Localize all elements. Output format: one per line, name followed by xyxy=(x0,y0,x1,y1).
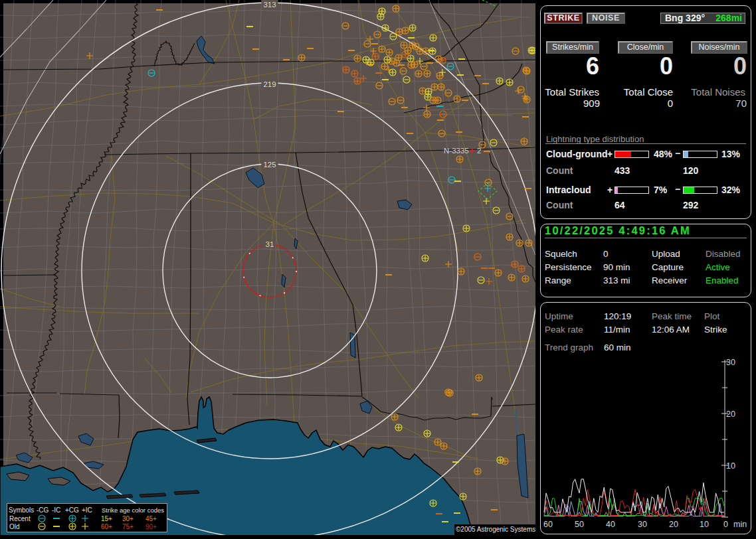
svg-text:©2005 Astrogenic Systems: ©2005 Astrogenic Systems xyxy=(456,526,535,533)
svg-text:45+: 45+ xyxy=(145,515,157,522)
svg-text:+IC: +IC xyxy=(82,506,92,514)
svg-text:-CG: -CG xyxy=(37,506,49,514)
svg-text:Recent: Recent xyxy=(9,515,31,522)
svg-text:Symbols: Symbols xyxy=(9,506,34,514)
svg-text:125: 125 xyxy=(263,161,276,169)
svg-text:N-3335: N-3335 xyxy=(444,147,469,155)
svg-text:2: 2 xyxy=(477,147,481,155)
svg-text:20: 20 xyxy=(726,410,735,419)
svg-text:20: 20 xyxy=(669,520,678,529)
svg-text:40: 40 xyxy=(606,520,615,529)
svg-text:10: 10 xyxy=(726,461,735,471)
svg-text:60+: 60+ xyxy=(101,523,112,530)
svg-text:30: 30 xyxy=(638,520,647,529)
svg-text:313: 313 xyxy=(263,1,276,9)
svg-text:0: 0 xyxy=(723,520,728,529)
svg-text:-IC: -IC xyxy=(52,506,60,514)
svg-text:219: 219 xyxy=(263,80,276,88)
svg-text:75+: 75+ xyxy=(122,523,134,530)
svg-text:Strike age color codes: Strike age color codes xyxy=(102,506,164,514)
svg-text:50: 50 xyxy=(575,520,584,529)
svg-text:30+: 30+ xyxy=(122,515,134,522)
svg-text:+CG: +CG xyxy=(65,506,79,514)
svg-text:min: min xyxy=(733,520,747,529)
svg-text:30: 30 xyxy=(726,358,735,367)
svg-text:15+: 15+ xyxy=(101,515,112,522)
svg-text:60: 60 xyxy=(543,520,553,529)
svg-text:10: 10 xyxy=(700,520,709,529)
svg-text:Old: Old xyxy=(9,523,20,530)
svg-text:90+: 90+ xyxy=(145,523,157,530)
svg-text:31: 31 xyxy=(266,240,274,248)
